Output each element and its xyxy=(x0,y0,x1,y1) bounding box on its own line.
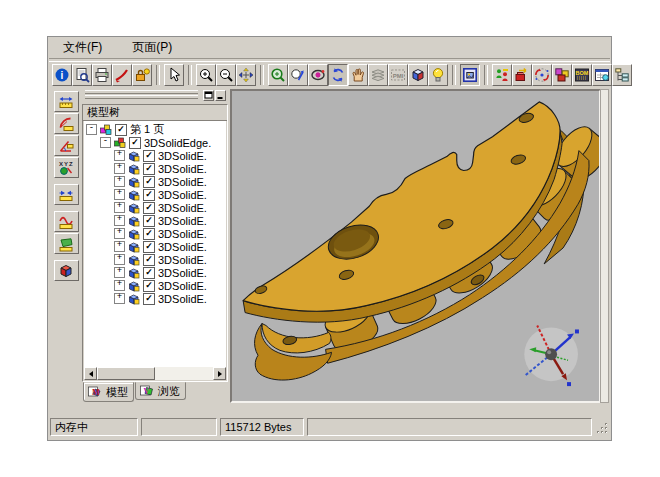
expander-icon[interactable]: + xyxy=(114,293,125,304)
menu-item-file[interactable]: 文件(F) xyxy=(61,38,104,57)
toolbar-button-section-tool[interactable] xyxy=(512,64,532,86)
tree-item[interactable]: +✓3DSolidE. xyxy=(84,266,226,279)
expander-icon[interactable]: + xyxy=(114,202,125,213)
checkbox[interactable]: ✓ xyxy=(143,293,155,305)
panel-grip[interactable] xyxy=(85,90,198,94)
tree-item[interactable]: +✓3DSolidE. xyxy=(84,162,226,175)
expander-icon[interactable]: + xyxy=(114,215,125,226)
right-scroll-strip[interactable] xyxy=(600,89,609,403)
tab-model[interactable]: M模型 xyxy=(83,382,134,402)
tree-hscrollbar[interactable] xyxy=(84,367,226,380)
checkbox[interactable]: ✓ xyxy=(143,241,155,253)
toolbar-button-measure-radius[interactable] xyxy=(54,113,79,134)
toolbar-button-light-bulb[interactable] xyxy=(428,64,448,86)
tree-item[interactable]: +✓3DSolidE. xyxy=(84,149,226,162)
triangle-left-icon xyxy=(89,371,93,377)
expander-icon[interactable]: + xyxy=(114,267,125,278)
expander-icon[interactable]: - xyxy=(100,137,111,148)
toolbar-button-hand-pan[interactable] xyxy=(348,64,368,86)
toolbar-button-view-cube[interactable] xyxy=(408,64,428,86)
tree-item[interactable]: +✓3DSolidE. xyxy=(84,227,226,240)
hand-pan-icon xyxy=(350,67,366,83)
checkbox[interactable]: ✓ xyxy=(143,215,155,227)
toolbar-button-info[interactable]: i xyxy=(52,64,72,86)
toolbar-button-pan-arrows[interactable] xyxy=(236,64,256,86)
toolbar-button-stamp-lock[interactable] xyxy=(132,64,152,86)
expander-icon[interactable]: + xyxy=(114,150,125,161)
toolbar-button-cube-stack[interactable] xyxy=(552,64,572,86)
checkbox[interactable]: ✓ xyxy=(143,150,155,162)
checkbox[interactable]: ✓ xyxy=(143,228,155,240)
expander-icon[interactable]: + xyxy=(114,228,125,239)
expander-icon[interactable]: + xyxy=(114,241,125,252)
toolbar-button-measure-distance[interactable] xyxy=(54,91,79,112)
checkbox[interactable]: ✓ xyxy=(143,176,155,188)
panel-hide-button[interactable] xyxy=(215,90,226,101)
toolbar-button-dynamic-zoom[interactable] xyxy=(288,64,308,86)
toolbar-button-frame-view[interactable] xyxy=(460,64,480,86)
expander-icon[interactable]: - xyxy=(86,124,97,135)
expander-icon[interactable]: + xyxy=(114,176,125,187)
tree-item-label: 3DSolidE. xyxy=(158,202,207,214)
toolbar-button-refresh[interactable] xyxy=(328,64,348,86)
3d-viewport[interactable] xyxy=(230,89,601,403)
tree-item[interactable]: -✓3DSolidEdge. xyxy=(84,136,226,149)
checkbox[interactable]: ✓ xyxy=(143,163,155,175)
toolbar-button-assembly-tools[interactable] xyxy=(492,64,512,86)
scroll-right-button[interactable] xyxy=(213,367,226,380)
toolbar-button-report-view[interactable] xyxy=(592,64,612,86)
toolbar-button-measure-area[interactable] xyxy=(54,233,79,254)
toolbar-button-measure-volume[interactable] xyxy=(54,260,79,281)
tree-item[interactable]: +✓3DSolidE. xyxy=(84,188,226,201)
tab-browse[interactable]: V浏览 xyxy=(135,382,186,400)
tree-item[interactable]: +✓3DSolidE. xyxy=(84,214,226,227)
toolbar-button-measure-gap[interactable] xyxy=(54,184,79,205)
tree-item[interactable]: +✓3DSolidE. xyxy=(84,292,226,305)
part-icon xyxy=(128,280,141,292)
expander-icon[interactable]: + xyxy=(114,280,125,291)
toolbar-button-measure-angle[interactable] xyxy=(54,135,79,156)
tree-item[interactable]: +✓3DSolidE. xyxy=(84,279,226,292)
checkbox[interactable]: ✓ xyxy=(143,280,155,292)
toolbar-button-rotate-axis[interactable] xyxy=(532,64,552,86)
checkbox[interactable]: ✓ xyxy=(129,137,141,149)
zoom-out-icon xyxy=(218,67,234,83)
expander-icon[interactable]: + xyxy=(114,163,125,174)
toolbar-button-measure-curve[interactable] xyxy=(54,211,79,232)
toolbar-button-select-cursor[interactable] xyxy=(164,64,184,86)
tree-item-label: 3DSolidE. xyxy=(158,176,207,188)
orientation-ball[interactable] xyxy=(524,325,579,386)
measure-distance-icon xyxy=(58,94,74,110)
toolbar-button-bom[interactable]: BOM xyxy=(572,64,592,86)
tree-item[interactable]: +✓3DSolidE. xyxy=(84,201,226,214)
checkbox[interactable]: ✓ xyxy=(143,202,155,214)
toolbar-button-tree-view[interactable] xyxy=(612,64,632,86)
panel-grip[interactable] xyxy=(85,95,198,99)
measure-toolbar: XYZ xyxy=(51,91,81,282)
panel-float-button[interactable] xyxy=(203,90,214,101)
panel-titlebar[interactable] xyxy=(84,90,226,102)
scroll-thumb[interactable] xyxy=(97,367,155,380)
toolbar-button-measure-coordinate[interactable]: XYZ xyxy=(54,157,79,178)
toolbar-button-zoom-window[interactable] xyxy=(268,64,288,86)
toolbar-button-orbit[interactable] xyxy=(308,64,328,86)
scroll-left-button[interactable] xyxy=(84,367,97,380)
menu-item-page[interactable]: 页面(P) xyxy=(130,38,174,57)
tree-item[interactable]: +✓3DSolidE. xyxy=(84,253,226,266)
toolbar-button-zoom-out[interactable] xyxy=(216,64,236,86)
checkbox[interactable]: ✓ xyxy=(115,124,127,136)
toolbar-button-print[interactable] xyxy=(92,64,112,86)
checkbox[interactable]: ✓ xyxy=(143,189,155,201)
checkbox[interactable]: ✓ xyxy=(143,254,155,266)
resize-grip[interactable] xyxy=(595,418,609,436)
expander-icon[interactable]: + xyxy=(114,189,125,200)
tree-item[interactable]: -✓第 1 页 xyxy=(84,123,226,136)
checkbox[interactable]: ✓ xyxy=(143,267,155,279)
toolbar-button-zoom-in[interactable] xyxy=(196,64,216,86)
toolbar-button-print-preview[interactable] xyxy=(72,64,92,86)
toolbar-button-markup-pen[interactable] xyxy=(112,64,132,86)
tree-item[interactable]: +✓3DSolidE. xyxy=(84,240,226,253)
expander-icon[interactable]: + xyxy=(114,254,125,265)
tree-item[interactable]: +✓3DSolidE. xyxy=(84,175,226,188)
browse-tab-icon: V xyxy=(140,385,153,397)
